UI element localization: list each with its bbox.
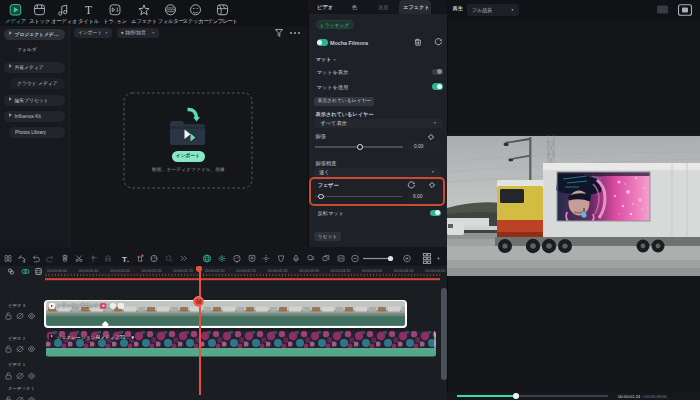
- svg-text:00:00:00:20: 00:00:00:20: [110, 268, 131, 273]
- svg-text:00:00:00:00: 00:00:00:00: [47, 268, 68, 273]
- svg-text:00:00:01:15: 00:00:01:15: [173, 268, 194, 273]
- svg-text:00:00:04:10: 00:00:04:10: [394, 268, 415, 273]
- svg-text:00:00:00:10: 00:00:00:10: [79, 268, 100, 273]
- svg-text:00:00:02:00: 00:00:02:00: [205, 268, 226, 273]
- svg-text:00:00:03:15: 00:00:03:15: [331, 268, 352, 273]
- svg-text:T: T: [85, 4, 92, 16]
- svg-text:00:00:04:00: 00:00:04:00: [362, 268, 383, 273]
- svg-text:00:00:02:10: 00:00:02:10: [236, 268, 257, 273]
- svg-text:T.: T.: [122, 255, 129, 264]
- svg-text:00:00:03:05: 00:00:03:05: [299, 268, 320, 273]
- svg-text:00:00:02:20: 00:00:02:20: [268, 268, 289, 273]
- svg-text:00:00:01:05: 00:00:01:05: [142, 268, 163, 273]
- svg-text:00:00:04:20: 00:00:04:20: [425, 268, 446, 273]
